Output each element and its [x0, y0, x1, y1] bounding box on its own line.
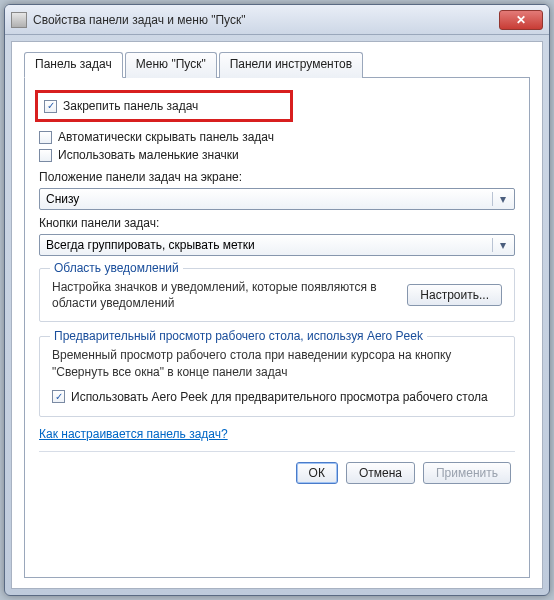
position-label: Положение панели задач на экране: [39, 170, 515, 184]
checkbox-aero-peek[interactable] [52, 390, 65, 403]
checkbox-row-lock: Закрепить панель задач [44, 97, 284, 115]
apply-button[interactable]: Применить [423, 462, 511, 484]
help-link[interactable]: Как настраивается панель задач? [39, 427, 228, 441]
chevron-down-icon: ▾ [492, 238, 508, 252]
customize-button[interactable]: Настроить... [407, 284, 502, 306]
checkbox-row-smallicons: Использовать маленькие значки [39, 146, 515, 164]
dialog-window: Свойства панели задач и меню "Пуск" ✕ Па… [4, 4, 550, 596]
tab-toolbars[interactable]: Панели инструментов [219, 52, 363, 78]
close-icon: ✕ [516, 13, 526, 27]
select-buttons-value: Всегда группировать, скрывать метки [46, 238, 255, 252]
notify-desc: Настройка значков и уведомлений, которые… [52, 279, 397, 311]
dialog-buttons: ОК Отмена Применить [39, 451, 515, 486]
checkbox-autohide[interactable] [39, 131, 52, 144]
window-title: Свойства панели задач и меню "Пуск" [33, 13, 499, 27]
tab-start-menu[interactable]: Меню "Пуск" [125, 52, 217, 78]
tab-taskbar[interactable]: Панель задач [24, 52, 123, 78]
group-notification-area: Область уведомлений Настройка значков и … [39, 268, 515, 322]
buttons-mode-label: Кнопки панели задач: [39, 216, 515, 230]
select-position-value: Снизу [46, 192, 79, 206]
checkbox-smallicons-label: Использовать маленькие значки [58, 148, 239, 162]
chevron-down-icon: ▾ [492, 192, 508, 206]
checkbox-small-icons[interactable] [39, 149, 52, 162]
highlight-lock-taskbar: Закрепить панель задач [35, 90, 293, 122]
close-button[interactable]: ✕ [499, 10, 543, 30]
checkbox-lock-taskbar[interactable] [44, 100, 57, 113]
ok-button[interactable]: ОК [296, 462, 338, 484]
select-buttons-mode[interactable]: Всегда группировать, скрывать метки ▾ [39, 234, 515, 256]
checkbox-autohide-label: Автоматически скрывать панель задач [58, 130, 274, 144]
client-area: Панель задач Меню "Пуск" Панели инструме… [11, 41, 543, 589]
tab-strip: Панель задач Меню "Пуск" Панели инструме… [24, 52, 530, 78]
tab-panel: Оформление панели задач Закрепить панель… [24, 77, 530, 578]
checkbox-lock-label: Закрепить панель задач [63, 99, 198, 113]
titlebar: Свойства панели задач и меню "Пуск" ✕ [5, 5, 549, 35]
cancel-button[interactable]: Отмена [346, 462, 415, 484]
select-position[interactable]: Снизу ▾ [39, 188, 515, 210]
app-icon [11, 12, 27, 28]
checkbox-aero-label: Использовать Aero Peek для предварительн… [71, 390, 488, 404]
notify-legend: Область уведомлений [50, 261, 183, 275]
checkbox-row-aero: Использовать Aero Peek для предварительн… [52, 388, 502, 406]
aero-legend: Предварительный просмотр рабочего стола,… [50, 329, 427, 343]
aero-desc: Временный просмотр рабочего стола при на… [52, 347, 502, 379]
group-aero-peek: Предварительный просмотр рабочего стола,… [39, 336, 515, 416]
group-design: Оформление панели задач Закрепить панель… [39, 90, 515, 256]
checkbox-row-autohide: Автоматически скрывать панель задач [39, 128, 515, 146]
